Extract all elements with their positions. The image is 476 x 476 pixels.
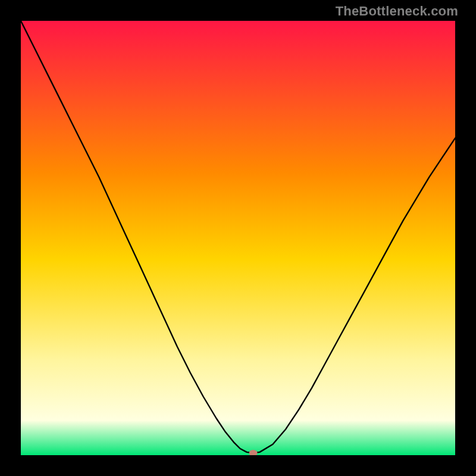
bottleneck-plot	[21, 21, 455, 455]
watermark-text: TheBottleneck.com	[336, 4, 458, 19]
chart-container: TheBottleneck.com	[0, 0, 476, 476]
gradient-background	[21, 21, 455, 455]
